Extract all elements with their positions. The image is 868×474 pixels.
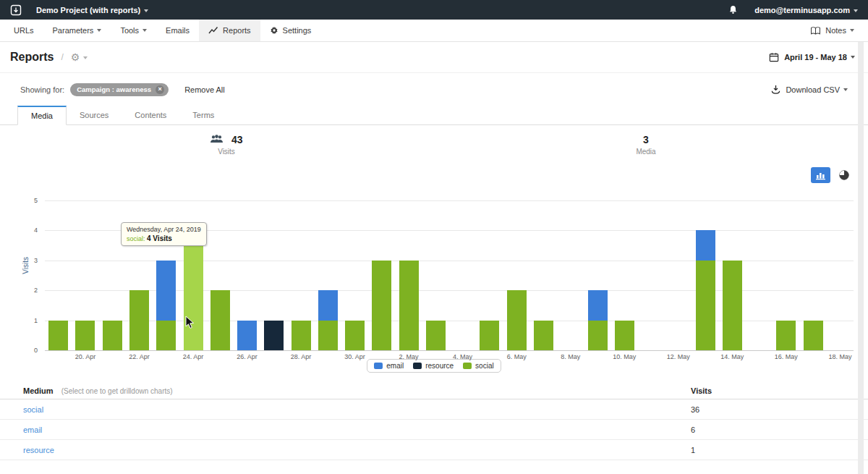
nav-item-tools[interactable]: Tools [111, 20, 156, 41]
remove-all-link[interactable]: Remove All [184, 85, 225, 94]
bar-social-1. May[interactable] [372, 261, 391, 350]
date-range-picker[interactable]: April 19 - May 18 [769, 52, 855, 62]
bar-social-10. May[interactable] [615, 321, 634, 350]
nav-label: Settings [283, 26, 312, 35]
download-csv-label: Download CSV [786, 85, 840, 94]
bar-social-7. May[interactable] [534, 321, 553, 350]
chevron-down-icon [97, 29, 101, 32]
bar-resource-27. Apr[interactable] [264, 321, 284, 350]
tab-label: Sources [80, 111, 109, 119]
medium-table: Medium (Select one to get drilldown char… [0, 378, 868, 460]
bar-social-30. Apr[interactable] [345, 321, 365, 350]
tab-sources[interactable]: Sources [67, 106, 122, 124]
media-value: 3 [643, 134, 649, 145]
app-logo-icon[interactable] [10, 4, 22, 16]
y-axis-tick: 1 [17, 317, 38, 324]
nav-item-emails[interactable]: Emails [156, 20, 199, 41]
bar-social-9. May[interactable] [588, 321, 608, 350]
download-icon [771, 85, 780, 94]
column-header-medium: Medium [23, 386, 54, 395]
nav-label: Parameters [53, 26, 94, 35]
nav-label: Notes [825, 26, 846, 35]
page-header: Reports / ⚙ April 19 - May 18 [0, 42, 868, 73]
tab-terms[interactable]: Terms [179, 106, 227, 124]
table-header: Medium (Select one to get drilldown char… [0, 382, 868, 399]
tooltip-value: 4 Visits [147, 234, 172, 242]
bar-social-20. Apr[interactable] [75, 321, 95, 350]
tab-media[interactable]: Media [17, 106, 67, 125]
tab-contents[interactable]: Contents [122, 106, 179, 124]
gear-icon: ⚙ [71, 51, 80, 63]
legend-label: social [475, 362, 494, 370]
visits-caption: Visits [187, 148, 266, 156]
book-icon [810, 26, 821, 35]
legend-item-resource[interactable]: resource [413, 362, 454, 370]
bar-social-23. Apr[interactable] [156, 321, 176, 350]
y-axis-tick: 0 [17, 347, 38, 354]
legend-item-social[interactable]: social [463, 362, 494, 370]
bar-social-28. Apr[interactable] [292, 321, 311, 350]
bar-social-14. May[interactable] [723, 261, 742, 350]
bar-email-23. Apr[interactable] [156, 261, 176, 321]
project-switcher[interactable]: Demo Project (with reports) [36, 6, 148, 14]
bar-social-29. Apr[interactable] [318, 321, 338, 350]
medium-link-email[interactable]: email [23, 426, 691, 434]
nav-item-parameters[interactable]: Parameters [43, 20, 111, 41]
filter-row: Showing for: Campaign : awareness × Remo… [0, 73, 868, 106]
chart-tooltip: Wednesday, Apr 24, 2019 social: 4 Visits [121, 222, 207, 246]
visits-cell: 36 [691, 405, 851, 414]
notifications-bell-icon[interactable] [728, 4, 739, 15]
filter-chip-campaign-awareness[interactable]: Campaign : awareness × [70, 83, 169, 96]
bar-email-26. Apr[interactable] [237, 321, 257, 350]
download-csv-button[interactable]: Download CSV [771, 85, 848, 94]
bar-email-9. May[interactable] [588, 290, 608, 320]
y-axis-tick: 5 [17, 197, 38, 204]
bar-social-3. May[interactable] [426, 321, 446, 350]
legend-item-email[interactable]: email [374, 362, 404, 370]
bar-social-21. Apr[interactable] [103, 321, 122, 350]
nav-item-reports[interactable]: Reports [199, 20, 260, 41]
bar-social-25. Apr[interactable] [210, 290, 230, 350]
breadcrumb-separator: / [61, 52, 63, 62]
column-header-visits: Visits [691, 386, 851, 395]
showing-for-label: Showing for: [20, 85, 64, 94]
bar-email-13. May[interactable] [696, 230, 715, 260]
bar-social-19. Apr[interactable] [48, 321, 68, 350]
bar-chart-icon [815, 171, 826, 180]
bar-social-2. May[interactable] [399, 261, 419, 350]
bar-social-24. Apr[interactable] [184, 230, 203, 350]
medium-link-resource[interactable]: resource [23, 446, 691, 454]
table-row: social 36 [0, 399, 868, 420]
date-range-label: April 19 - May 18 [784, 53, 847, 62]
bar-chart-toggle-button[interactable] [811, 167, 830, 183]
legend-swatch-social [463, 363, 472, 369]
account-email: demo@terminusapp.com [754, 6, 850, 14]
pie-chart-toggle-button[interactable] [839, 170, 849, 180]
account-menu[interactable]: demo@terminusapp.com [754, 6, 858, 14]
chip-remove-icon[interactable]: × [156, 85, 164, 94]
nav-item-notes[interactable]: Notes [801, 20, 864, 41]
bar-social-5. May[interactable] [480, 321, 499, 350]
tab-label: Contents [135, 111, 166, 119]
report-settings-dropdown[interactable]: ⚙ [71, 51, 88, 63]
y-axis-tick: 3 [17, 257, 38, 264]
scrollbar[interactable] [858, 42, 864, 474]
x-axis-tick: 16. May [768, 353, 804, 360]
legend-swatch-email [374, 363, 383, 369]
bar-email-29. Apr[interactable] [318, 290, 338, 320]
tab-label: Terms [192, 111, 214, 119]
medium-link-social[interactable]: social [23, 405, 691, 414]
tab-label: Media [31, 111, 53, 120]
chart-legend: email resource social [0, 359, 868, 373]
bar-social-16. May[interactable] [776, 321, 796, 350]
bar-social-17. May[interactable] [804, 321, 823, 350]
x-axis-tick: 8. May [553, 353, 589, 360]
nav-item-urls[interactable]: URLs [4, 20, 43, 41]
nav-item-settings[interactable]: Settings [260, 20, 321, 41]
x-axis-tick: 10. May [606, 353, 642, 360]
bar-social-22. Apr[interactable] [129, 290, 149, 350]
bar-social-13. May[interactable] [696, 261, 715, 350]
nav-label: Emails [166, 26, 190, 35]
bar-social-6. May[interactable] [507, 290, 527, 350]
nav-label: Tools [120, 26, 139, 35]
